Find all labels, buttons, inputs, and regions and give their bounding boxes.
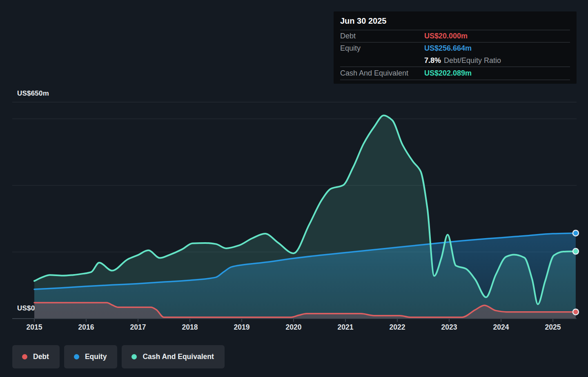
cash-and-equivalent-area xyxy=(34,116,576,319)
debt-end-dot xyxy=(573,309,579,315)
debt-series-dot-icon xyxy=(22,354,27,359)
legend-cash-label: Cash And Equivalent xyxy=(143,352,214,361)
equity-series-dot-icon xyxy=(74,354,79,359)
tooltip-ratio-value: 7.8% xyxy=(424,56,441,65)
chart-tooltip: Jun 30 2025 Debt US$20.000m Equity US$25… xyxy=(334,11,577,84)
tooltip-row-cash: Cash And Equivalent US$202.089m xyxy=(340,67,570,80)
tooltip-cash-label: Cash And Equivalent xyxy=(340,69,424,78)
tooltip-debt-label: Debt xyxy=(340,32,424,40)
tooltip-row-debt: Debt US$20.000m xyxy=(340,30,570,42)
legend-chip-debt[interactable]: Debt xyxy=(12,345,60,368)
tooltip-debt-value: US$20.000m xyxy=(424,32,468,40)
tooltip-equity-value: US$256.664m xyxy=(424,44,472,53)
legend-chip-equity[interactable]: Equity xyxy=(64,345,117,368)
x-axis-label: 2017 xyxy=(130,323,146,331)
legend-debt-label: Debt xyxy=(33,352,49,361)
legend-chip-cash[interactable]: Cash And Equivalent xyxy=(122,345,224,368)
tooltip-row-ratio: 7.8% Debt/Equity Ratio xyxy=(340,54,570,67)
y-axis-label-max: US$650m xyxy=(17,89,49,98)
x-axis-label: 2018 xyxy=(182,323,198,331)
x-axis-label: 2015 xyxy=(27,323,42,331)
x-axis-label: 2024 xyxy=(493,323,509,331)
x-axis-label: 2019 xyxy=(234,323,250,331)
cash-and-equivalent-end-dot xyxy=(573,248,579,254)
x-axis-label: 2022 xyxy=(390,323,405,331)
x-axis-label: 2021 xyxy=(338,323,354,331)
x-axis-label: 2016 xyxy=(78,323,94,331)
balance-sheet-history-chart: 2015201620172018201920202021202220232024… xyxy=(0,0,588,377)
tooltip-ratio-label: Debt/Equity Ratio xyxy=(444,56,501,65)
y-axis-label-zero: US$0 xyxy=(17,304,35,312)
legend-equity-label: Equity xyxy=(85,352,107,361)
tooltip-equity-label: Equity xyxy=(340,44,424,53)
chart-legend: Debt Equity Cash And Equivalent xyxy=(12,345,225,368)
tooltip-date: Jun 30 2025 xyxy=(340,11,570,30)
cash-series-dot-icon xyxy=(131,354,137,359)
x-axis-label: 2023 xyxy=(441,323,457,331)
x-axis-label: 2020 xyxy=(286,323,302,331)
x-axis-label: 2025 xyxy=(545,323,561,331)
tooltip-cash-value: US$202.089m xyxy=(424,69,472,78)
tooltip-row-equity: Equity US$256.664m xyxy=(340,42,570,54)
equity-end-dot xyxy=(573,230,579,236)
